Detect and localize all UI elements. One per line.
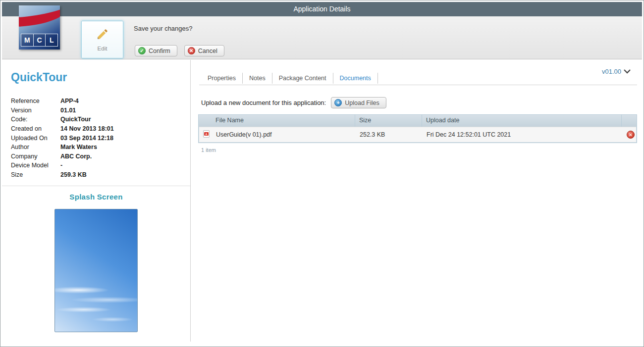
field-label: Company xyxy=(11,153,60,160)
field-label: Uploaded On xyxy=(11,135,60,142)
cancel-button-label: Cancel xyxy=(198,48,217,54)
application-fields: Reference APP-4 Version 01.01 Code: Quic… xyxy=(11,97,114,179)
documents-table-header: File Name Size Upload date xyxy=(199,115,637,127)
details-panel: v01.00 Properties Notes Package Content … xyxy=(191,60,642,342)
version-selector[interactable]: v01.00 xyxy=(602,68,631,75)
logo-letter-m: M xyxy=(21,34,34,47)
splash-screen-image xyxy=(54,209,138,332)
check-icon: ✓ xyxy=(138,47,146,54)
field-value: QuickTour xyxy=(60,116,91,123)
field-label: Code: xyxy=(11,116,60,123)
confirm-cancel-row: ✓ Confirm ✕ Cancel xyxy=(135,45,224,56)
upload-files-button[interactable]: + Upload Files xyxy=(331,97,386,108)
field-label: Version xyxy=(11,107,60,114)
edit-button[interactable]: Edit xyxy=(81,21,123,58)
field-value: Mark Waters xyxy=(60,144,97,150)
save-changes-prompt: Save your changes? xyxy=(134,25,193,32)
cancel-button[interactable]: ✕ Cancel xyxy=(184,45,224,56)
confirm-button-label: Confirm xyxy=(149,48,170,54)
application-summary-panel: QuickTour Reference APP-4 Version 01.01 … xyxy=(2,60,191,342)
field-label: Created on xyxy=(11,125,60,132)
field-reference: Reference APP-4 xyxy=(11,97,114,106)
tab-bar: Properties Notes Package Content Documen… xyxy=(201,73,378,84)
x-icon: ✕ xyxy=(188,47,195,54)
header-icon-column xyxy=(199,115,212,127)
header-size: Size xyxy=(355,115,422,127)
field-label: Reference xyxy=(11,98,60,104)
file-size-cell: 252.3 KB xyxy=(356,131,423,138)
mcl-logo: M C L xyxy=(19,5,60,50)
field-value: 14 Nov 2013 18:01 xyxy=(60,125,114,132)
delete-document-button[interactable]: ✕ xyxy=(627,131,635,139)
plus-icon: + xyxy=(334,99,342,106)
svg-text:A: A xyxy=(206,133,208,136)
version-label: v01.00 xyxy=(602,68,621,75)
field-label: Author xyxy=(11,144,60,150)
tab-bar-divider xyxy=(199,85,637,85)
field-value: - xyxy=(60,162,62,169)
confirm-button[interactable]: ✓ Confirm xyxy=(135,45,177,56)
edit-button-label: Edit xyxy=(98,46,107,51)
field-label: Device Model xyxy=(11,162,60,169)
field-company: Company ABC Corp. xyxy=(11,152,114,161)
field-code: Code: QuickTour xyxy=(11,115,114,124)
main-content: QuickTour Reference APP-4 Version 01.01 … xyxy=(2,60,642,342)
tab-package-content[interactable]: Package Content xyxy=(272,73,333,84)
window-title: Application Details xyxy=(2,2,642,16)
field-device-model: Device Model - xyxy=(11,161,114,170)
application-details-window: Application Details Edit Save your chang… xyxy=(1,1,643,346)
field-author: Author Mark Waters xyxy=(11,143,114,152)
application-name: QuickTour xyxy=(11,71,67,84)
documents-table: File Name Size Upload date A xyxy=(198,114,637,143)
field-created-on: Created on 14 Nov 2013 18:01 xyxy=(11,124,114,134)
field-value: APP-4 xyxy=(60,98,79,104)
header-actions-column xyxy=(622,115,637,127)
chevron-down-icon xyxy=(623,68,631,75)
upload-files-label: Upload Files xyxy=(345,99,379,106)
upload-prompt: Upload a new document for this applicati… xyxy=(201,99,326,106)
file-type-cell: A xyxy=(199,130,212,139)
header-file-name: File Name xyxy=(212,115,355,127)
logo-letter-c: C xyxy=(34,34,46,47)
logo-letters: M C L xyxy=(21,34,58,47)
tab-documents[interactable]: Documents xyxy=(333,73,378,84)
field-value: ABC Corp. xyxy=(60,153,92,160)
toolbar: Edit Save your changes? ✓ Confirm ✕ Canc… xyxy=(2,16,642,59)
upload-date-cell: Fri Dec 24 12:52:01 UTC 2021 xyxy=(423,131,621,138)
actions-cell: ✕ xyxy=(621,131,636,139)
field-label: Size xyxy=(11,171,60,178)
field-value: 01.01 xyxy=(60,107,76,114)
pdf-icon: A xyxy=(203,130,210,139)
panel-divider xyxy=(2,186,190,186)
tab-notes[interactable]: Notes xyxy=(243,73,272,84)
pencil-icon xyxy=(96,28,109,43)
tab-properties[interactable]: Properties xyxy=(201,73,243,84)
item-count: 1 item xyxy=(201,147,216,153)
logo-letter-l: L xyxy=(46,34,58,47)
field-size: Size 259.3 KB xyxy=(11,170,114,180)
splash-screen-title: Splash Screen xyxy=(2,193,190,201)
field-value: 03 Sep 2014 12:18 xyxy=(60,135,113,142)
file-name-cell: UserGuide(v 01).pdf xyxy=(212,131,356,138)
field-uploaded-on: Uploaded On 03 Sep 2014 12:18 xyxy=(11,133,114,143)
field-value: 259.3 KB xyxy=(60,171,87,178)
header-upload-date: Upload date xyxy=(422,115,622,127)
field-version: Version 01.01 xyxy=(11,106,114,115)
upload-section: Upload a new document for this applicati… xyxy=(201,97,386,108)
table-row[interactable]: A UserGuide(v 01).pdf 252.3 KB Fri Dec 2… xyxy=(199,127,636,142)
